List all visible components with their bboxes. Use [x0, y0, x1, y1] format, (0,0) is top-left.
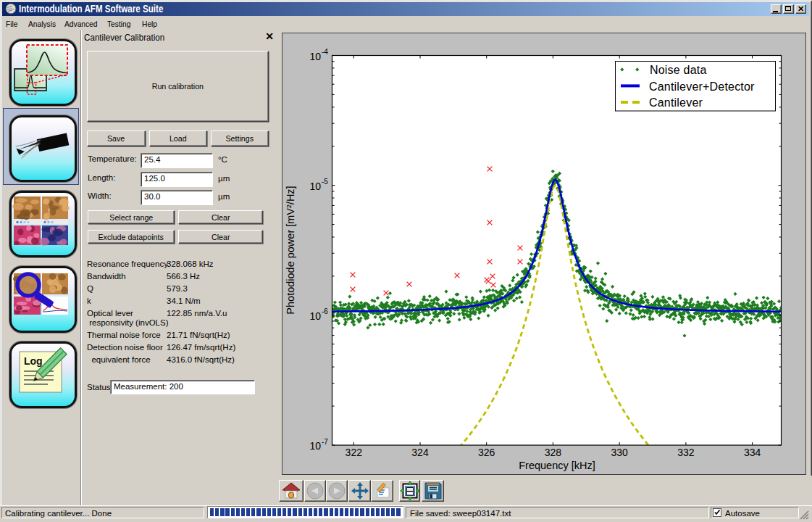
svg-text:326: 326: [478, 447, 495, 458]
svg-text:328: 328: [545, 447, 562, 458]
svg-text:334: 334: [744, 447, 761, 458]
svg-text:322: 322: [346, 447, 363, 458]
svg-text:10: 10: [309, 310, 321, 322]
svg-text:-7: -7: [322, 438, 328, 446]
svg-text:324: 324: [411, 447, 429, 458]
svg-text:330: 330: [611, 447, 629, 458]
svg-text:10: 10: [309, 440, 321, 452]
svg-text:-5: -5: [322, 178, 328, 186]
svg-text:10: 10: [309, 181, 321, 192]
svg-text:Frequency [kHz]: Frequency [kHz]: [519, 460, 595, 471]
svg-text:-4: -4: [322, 48, 328, 56]
svg-text:10: 10: [309, 51, 321, 62]
svg-text:Noise data: Noise data: [650, 64, 707, 76]
svg-text:332: 332: [677, 447, 695, 458]
svg-text:Cantilever: Cantilever: [649, 96, 703, 109]
svg-text:Cantilever+Detector: Cantilever+Detector: [649, 80, 755, 93]
svg-text:-6: -6: [322, 307, 328, 315]
svg-text:Log: Log: [24, 355, 43, 367]
svg-text:Photodiode power [mV²/Hz]: Photodiode power [mV²/Hz]: [285, 186, 296, 314]
